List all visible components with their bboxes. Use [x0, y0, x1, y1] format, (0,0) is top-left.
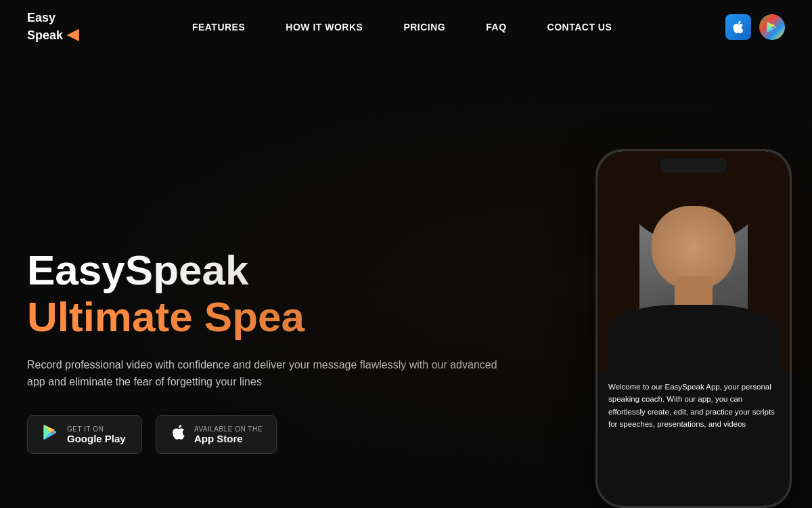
nav-contact-us[interactable]: CONTACT US [547, 22, 612, 33]
google-play-icon [41, 423, 60, 446]
navbar: Easy Speak ◀ FEATURES HOW IT WORKS PRICI… [0, 0, 812, 54]
phone-caption: Welcome to our EasySpeak App, your perso… [597, 371, 790, 506]
app-store-btn-text: Available on the App Store [194, 425, 263, 444]
phone-notch [660, 158, 727, 173]
phone-caption-text: Welcome to our EasySpeak App, your perso… [608, 381, 779, 431]
nav-how-it-works[interactable]: HOW IT WORKS [286, 22, 363, 33]
google-play-get-label: GET IT ON [67, 425, 126, 433]
google-play-nav-icon[interactable] [759, 14, 785, 40]
logo-text-line1: Easy [27, 11, 78, 26]
nav-pricing[interactable]: PRICING [403, 22, 445, 33]
logo-text-line2: Speak ◀ [27, 26, 78, 43]
google-play-store-name: Google Play [67, 433, 126, 444]
person-visual [597, 151, 790, 371]
phone-screen: Welcome to our EasySpeak App, your perso… [597, 151, 790, 506]
apple-store-nav-icon[interactable] [725, 14, 751, 40]
hero-section: EasySpeak Ultimate Spea Record professio… [0, 54, 812, 508]
store-buttons: GET IT ON Google Play Available on the A… [27, 415, 514, 454]
app-store-button[interactable]: Available on the App Store [156, 415, 277, 454]
nav-links: FEATURES HOW IT WORKS PRICING FAQ CONTAC… [192, 22, 612, 33]
app-store-name: App Store [194, 433, 263, 444]
logo-arrow-icon: ◀ [63, 26, 78, 43]
nav-features[interactable]: FEATURES [192, 22, 245, 33]
hero-title-orange: Ultimate Spea [27, 294, 514, 340]
nav-store-icons [725, 14, 785, 40]
google-play-button[interactable]: GET IT ON Google Play [27, 415, 142, 454]
app-store-available-label: Available on the [194, 425, 263, 433]
google-play-btn-text: GET IT ON Google Play [67, 425, 126, 444]
phone-frame: Welcome to our EasySpeak App, your perso… [595, 149, 792, 508]
nav-faq[interactable]: FAQ [486, 22, 506, 33]
apple-icon [170, 423, 187, 446]
logo[interactable]: Easy Speak ◀ [27, 11, 78, 43]
phone-mockup: Welcome to our EasySpeak App, your perso… [595, 149, 792, 508]
hero-content: EasySpeak Ultimate Spea Record professio… [27, 247, 514, 508]
hero-description: Record professional video with confidenc… [27, 356, 514, 391]
hero-title-white: EasySpeak [27, 247, 514, 293]
